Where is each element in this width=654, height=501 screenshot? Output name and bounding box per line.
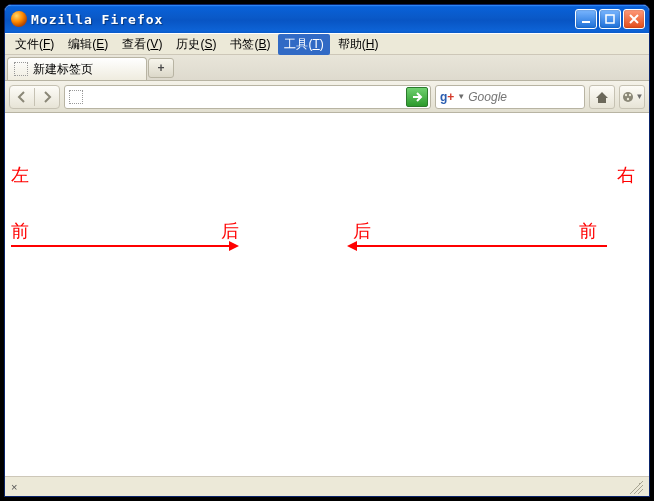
new-tab-button[interactable]: +	[148, 58, 174, 78]
close-button[interactable]	[623, 9, 645, 29]
arrow-left-head-icon	[347, 241, 357, 251]
page-icon	[14, 62, 28, 76]
titlebar[interactable]: Mozilla Firefox	[5, 5, 649, 33]
page-content: 左 右 前 后 后 前	[5, 113, 649, 476]
menu-bookmarks[interactable]: 书签(B)	[224, 34, 276, 55]
menu-bar: 文件(F) 编辑(E) 查看(V) 历史(S) 书签(B) 工具(T) 帮助(H…	[5, 33, 649, 55]
annotation-front-2: 前	[579, 219, 597, 243]
go-button[interactable]	[406, 87, 428, 107]
window-title: Mozilla Firefox	[31, 12, 163, 27]
addon-button[interactable]: ▼	[619, 85, 645, 109]
tab-newtab[interactable]: 新建标签页	[7, 57, 147, 80]
google-icon[interactable]: g+	[440, 90, 454, 104]
annotation-back-1: 后	[221, 219, 239, 243]
nav-buttons	[9, 85, 60, 109]
tab-label: 新建标签页	[33, 61, 93, 78]
firefox-window: Mozilla Firefox 文件(F) 编辑(E) 查看(V) 历史(S) …	[4, 4, 650, 497]
arrow-right-to-left	[357, 245, 607, 247]
navigation-toolbar: g+ ▼ ▼	[5, 81, 649, 113]
plus-icon: +	[157, 61, 164, 75]
search-bar[interactable]: g+ ▼	[435, 85, 585, 109]
menu-file[interactable]: 文件(F)	[9, 34, 60, 55]
arrow-left-to-right	[11, 245, 229, 247]
svg-point-7	[626, 97, 628, 99]
status-bar: ×	[5, 476, 649, 496]
svg-point-5	[624, 93, 626, 95]
annotation-left: 左	[11, 163, 29, 187]
forward-button[interactable]	[35, 86, 59, 108]
arrow-right-head-icon	[229, 241, 239, 251]
annotation-front-1: 前	[11, 219, 29, 243]
maximize-button[interactable]	[599, 9, 621, 29]
firefox-icon	[11, 11, 27, 27]
chevron-down-icon: ▼	[636, 92, 644, 101]
url-input[interactable]	[87, 87, 406, 107]
annotation-right: 右	[617, 163, 635, 187]
url-bar[interactable]	[64, 85, 431, 109]
menu-edit[interactable]: 编辑(E)	[62, 34, 114, 55]
menu-view[interactable]: 查看(V)	[116, 34, 168, 55]
resize-grip[interactable]	[629, 480, 643, 494]
minimize-button[interactable]	[575, 9, 597, 29]
home-button[interactable]	[589, 85, 615, 109]
site-identity-icon[interactable]	[69, 90, 83, 104]
svg-rect-0	[582, 21, 590, 23]
menu-tools[interactable]: 工具(T)	[278, 34, 329, 55]
back-button[interactable]	[10, 86, 34, 108]
menu-help[interactable]: 帮助(H)	[332, 34, 385, 55]
svg-point-4	[623, 92, 633, 102]
svg-rect-1	[606, 15, 614, 23]
menu-history[interactable]: 历史(S)	[170, 34, 222, 55]
annotation-back-2: 后	[353, 219, 371, 243]
svg-point-6	[628, 93, 630, 95]
search-engine-dropdown-icon[interactable]: ▼	[457, 92, 465, 101]
statusbar-close-icon[interactable]: ×	[11, 481, 17, 493]
tab-bar: 新建标签页 +	[5, 55, 649, 81]
